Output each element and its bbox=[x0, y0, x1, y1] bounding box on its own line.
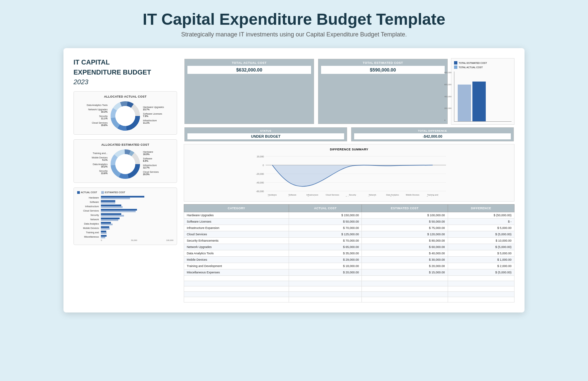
total-actual-label: TOTAL ACTUAL COST bbox=[187, 61, 311, 65]
donut2-svg bbox=[110, 149, 140, 179]
hbar-row: Software bbox=[77, 200, 173, 204]
svg-text:Mobile Devices: Mobile Devices bbox=[406, 194, 420, 196]
svg-point-17 bbox=[115, 154, 135, 174]
svg-text:-40,000: -40,000 bbox=[256, 181, 264, 184]
hbar-legend: ACTUAL COST ESTIMATED COST bbox=[77, 191, 173, 194]
table-row: Miscellaneous Expenses $ 20,000.00 $ 15,… bbox=[184, 269, 514, 276]
donut-chart-estimated: ALLOCATED ESTIMATED COST Training and...… bbox=[74, 139, 177, 183]
vbar-panel: TOTAL ESTIMATED COST TOTAL ACTUAL COST 8… bbox=[451, 58, 514, 125]
donut1-svg bbox=[110, 101, 140, 131]
table-empty-row bbox=[184, 276, 514, 281]
hbar-row: Infrastructure bbox=[77, 205, 173, 208]
status-value: UNDER BUDGET bbox=[187, 133, 344, 139]
it-title-line2: EXPENDITURE BUDGET bbox=[74, 68, 177, 76]
diff-chart-title: DIFFERENCE SUMMARY bbox=[187, 148, 511, 151]
diff-chart: DIFFERENCE SUMMARY 20,000 0 -20,000 -40,… bbox=[184, 144, 514, 202]
vbar-legend: TOTAL ESTIMATED COST TOTAL ACTUAL COST bbox=[454, 61, 511, 69]
hbar-rows: Hardware Software Infrastructure Cloud S… bbox=[77, 196, 173, 238]
hbar-chart: ACTUAL COST ESTIMATED COST Hardware Soft… bbox=[74, 187, 177, 245]
svg-text:Cloud Services: Cloud Services bbox=[326, 194, 339, 196]
hbar-row: Mobile Devices bbox=[77, 226, 173, 230]
right-panel: TOTAL ACTUAL COST $632,000.00 TOTAL ESTI… bbox=[184, 58, 514, 302]
donut-chart-actual: ALLOCATED ACTUAL COST Data Analytics Too… bbox=[74, 91, 177, 135]
hbar-axis: 050,000100,000 bbox=[77, 239, 173, 241]
budget-table: CATEGORY ACTUAL COST ESTIMATED COST DIFF… bbox=[184, 204, 514, 302]
svg-text:20,000: 20,000 bbox=[257, 155, 264, 158]
svg-text:Tools: Tools bbox=[390, 196, 395, 197]
diff-area bbox=[272, 165, 433, 186]
vbar-chart-area: 800,000 600,000 400,000 200,000 0 bbox=[454, 72, 511, 122]
col-estimated: ESTIMATED COST bbox=[362, 205, 448, 212]
left-panel: IT CAPITAL EXPENDITURE BUDGET 2023 ALLOC… bbox=[74, 58, 177, 302]
template-card: IT CAPITAL EXPENDITURE BUDGET 2023 ALLOC… bbox=[63, 48, 525, 312]
status-label: STATUS bbox=[187, 129, 344, 132]
vbar-actual bbox=[472, 82, 486, 121]
status-cell: STATUS UNDER BUDGET bbox=[184, 127, 347, 141]
donut2-labels-right: Hardware16.9% Software8.5% Infrastructur… bbox=[143, 151, 173, 177]
hbar-row: Miscellaneous bbox=[77, 235, 173, 238]
page-title: IT Capital Expenditure Budget Template bbox=[143, 10, 445, 28]
hbar-row: Network bbox=[77, 218, 173, 221]
vbar-estimated bbox=[458, 85, 471, 121]
table-row: Cloud Services $ 125,000.00 $ 120,000.00… bbox=[184, 231, 514, 238]
total-actual-cell: TOTAL ACTUAL COST $632,000.00 bbox=[184, 59, 314, 124]
total-estimated-cell: TOTAL ESTIMATED COST $590,000.00 bbox=[318, 59, 448, 124]
svg-text:0: 0 bbox=[263, 164, 264, 166]
table-row: Network Upgrades $ 65,000.00 $ 60,000.00… bbox=[184, 244, 514, 250]
vbar-y-labels: 800,000 600,000 400,000 200,000 0 bbox=[444, 72, 452, 121]
table-empty-row bbox=[184, 286, 514, 292]
table-row: Mobile Devices $ 29,000.00 $ 30,000.00 $… bbox=[184, 257, 514, 263]
table-row: Training and Development $ 18,000.00 $ 2… bbox=[184, 263, 514, 269]
svg-text:-60,000: -60,000 bbox=[256, 190, 264, 193]
svg-text:Upgrades: Upgrades bbox=[368, 196, 377, 197]
table-row: Software Licenses $ 50,000.00 $ 50,000.0… bbox=[184, 219, 514, 225]
table-row: Security Enhancements $ 70,000.00 $ 80,0… bbox=[184, 238, 514, 244]
donut1-title: ALLOCATED ACTUAL COST bbox=[77, 95, 173, 98]
table-empty-row bbox=[184, 297, 514, 302]
total-estimated-value: $590,000.00 bbox=[321, 66, 445, 74]
hbar-row: Data Analytics bbox=[77, 222, 173, 225]
donut2-title: ALLOCATED ESTIMATED COST bbox=[77, 143, 173, 146]
table-row: Infrastructure Expansion $ 70,000.00 $ 7… bbox=[184, 225, 514, 231]
diff-cell: TOTAL DIFFERENCE -$42,000.00 bbox=[351, 127, 514, 141]
col-actual: ACTUAL COST bbox=[289, 205, 362, 212]
col-category: CATEGORY bbox=[184, 205, 289, 212]
table-row: Data Analytics Tools $ 35,000.00 $ 40,00… bbox=[184, 250, 514, 257]
it-title-line1: IT CAPITAL bbox=[74, 58, 177, 66]
hbar-row: Security bbox=[77, 213, 173, 217]
donut1-labels-right: Hardware Upgrades23.7% Software Licenses… bbox=[143, 106, 173, 126]
svg-text:Expansion: Expansion bbox=[308, 196, 317, 197]
svg-text:Licenses: Licenses bbox=[288, 196, 296, 197]
diff-chart-svg: 20,000 0 -20,000 -40,000 -60,000 Hardwar… bbox=[187, 153, 511, 197]
total-estimated-label: TOTAL ESTIMATED COST bbox=[321, 61, 445, 65]
svg-text:Upgrades: Upgrades bbox=[268, 196, 277, 197]
page-subtitle: Strategically manage IT investments usin… bbox=[181, 31, 407, 38]
hbar-row: Training and bbox=[77, 231, 173, 234]
svg-text:Development: Development bbox=[427, 196, 439, 197]
donut2-labels-left: Training and... Mobile Devices5.1% Data … bbox=[77, 152, 108, 176]
table-empty-row bbox=[184, 281, 514, 286]
table-body: Hardware Upgrades $ 150,000.00 $ 100,000… bbox=[184, 212, 514, 302]
hbar-row: Cloud Services bbox=[77, 209, 173, 212]
svg-point-8 bbox=[115, 106, 135, 126]
table-row: Hardware Upgrades $ 150,000.00 $ 100,000… bbox=[184, 212, 514, 219]
diff-label: TOTAL DIFFERENCE bbox=[354, 129, 511, 132]
col-difference: DIFFERENCE bbox=[448, 205, 514, 212]
hbar-row: Hardware bbox=[77, 196, 173, 199]
table-empty-row bbox=[184, 292, 514, 297]
it-year: 2023 bbox=[74, 78, 177, 86]
svg-text:Enhancements: Enhancements bbox=[346, 196, 359, 197]
svg-text:-20,000: -20,000 bbox=[256, 173, 264, 175]
donut1-labels-left: Data Analytics Tools Network Upgrades10.… bbox=[77, 104, 108, 128]
total-actual-value: $632,000.00 bbox=[187, 66, 311, 74]
diff-value: -$42,000.00 bbox=[354, 133, 511, 139]
